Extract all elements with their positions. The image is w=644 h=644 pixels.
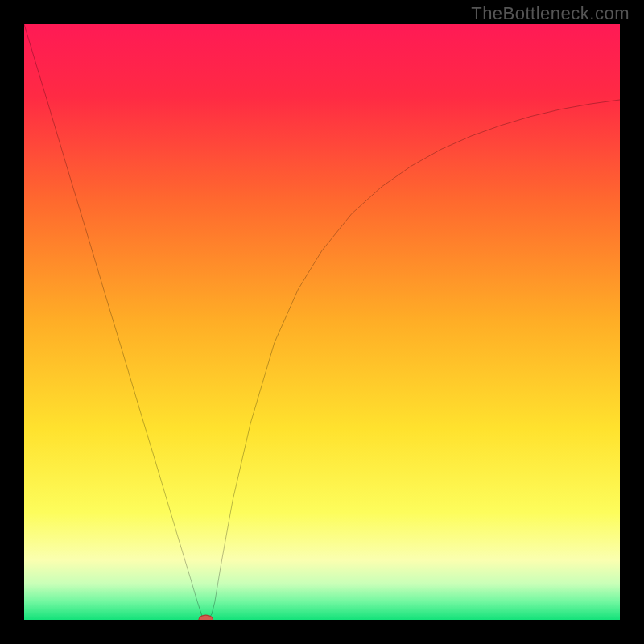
watermark-text: TheBottleneck.com — [471, 3, 630, 24]
chart-svg — [24, 24, 620, 620]
chart-frame: TheBottleneck.com — [0, 0, 644, 644]
plot-area — [24, 24, 620, 620]
